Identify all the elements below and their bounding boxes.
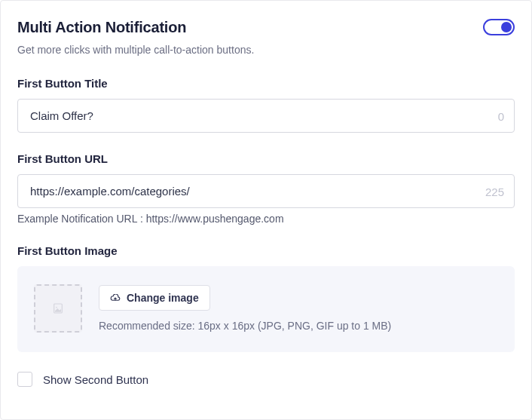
- first-button-image-group: First Button Image Change image Recomme: [17, 244, 515, 352]
- first-button-image-box: Change image Recommended size: 16px x 16…: [17, 266, 515, 352]
- panel-title: Multi Action Notification: [17, 19, 186, 36]
- change-image-button[interactable]: Change image: [99, 285, 210, 311]
- file-image-icon: [52, 302, 64, 314]
- header-row: Multi Action Notification: [17, 19, 515, 36]
- first-button-image-label: First Button Image: [17, 244, 515, 257]
- first-button-url-count: 225: [485, 185, 504, 198]
- first-button-url-group: First Button URL 225 Example Notificatio…: [17, 152, 515, 225]
- toggle-knob: [501, 22, 512, 32]
- first-button-url-input-wrap: 225: [17, 174, 515, 208]
- show-second-button-row: Show Second Button: [17, 372, 515, 387]
- first-button-title-input[interactable]: [17, 99, 515, 133]
- enable-multi-action-toggle[interactable]: [483, 19, 515, 35]
- show-second-button-label: Show Second Button: [43, 373, 148, 386]
- first-button-url-helper: Example Notification URL : https://www.p…: [17, 213, 515, 225]
- image-size-hint: Recommended size: 16px x 16px (JPG, PNG,…: [99, 320, 498, 332]
- first-button-title-group: First Button Title 0: [17, 77, 515, 133]
- first-button-title-count: 0: [498, 109, 504, 122]
- cloud-upload-icon: [110, 294, 121, 302]
- panel-subtitle: Get more clicks with multiple call-to-ac…: [17, 44, 515, 56]
- image-meta: Change image Recommended size: 16px x 16…: [99, 285, 498, 332]
- multi-action-notification-panel: Multi Action Notification Get more click…: [0, 0, 532, 420]
- first-button-url-label: First Button URL: [17, 152, 515, 165]
- first-button-url-input[interactable]: [17, 174, 515, 208]
- image-drop-target[interactable]: [34, 284, 82, 333]
- svg-point-1: [56, 307, 57, 308]
- first-button-title-input-wrap: 0: [17, 99, 515, 133]
- first-button-title-label: First Button Title: [17, 77, 515, 90]
- show-second-button-checkbox[interactable]: [17, 372, 32, 387]
- change-image-label: Change image: [127, 292, 199, 304]
